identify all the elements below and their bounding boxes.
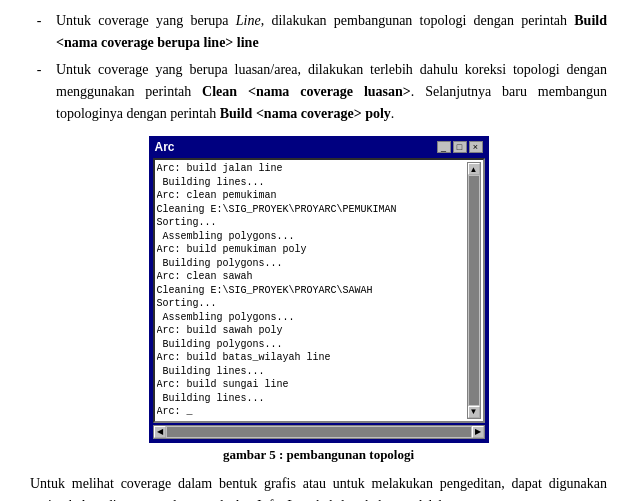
arc-window-title: Arc	[155, 140, 175, 154]
arc-line: Arc: clean pemukiman	[157, 189, 467, 203]
bullet-item-2: - Untuk coverage yang berupa luasan/area…	[30, 59, 607, 124]
arc-line: Arc: _	[157, 405, 467, 419]
arc-minimize-button[interactable]: _	[437, 141, 451, 153]
bullet-content-1: Untuk coverage yang berupa Line, dilakuk…	[56, 10, 607, 53]
arc-line: Assembling polygons...	[157, 311, 467, 325]
arc-vertical-scrollbar[interactable]: ▲ ▼	[467, 162, 481, 419]
arc-line: Sorting...	[157, 297, 467, 311]
figure-container: Arc _ □ × Arc: build jalan line Building…	[30, 136, 607, 463]
arc-close-button[interactable]: ×	[469, 141, 483, 153]
arc-line: Arc: build sungai line	[157, 378, 467, 392]
arc-content-area: Arc: build jalan line Building lines... …	[153, 158, 485, 423]
arc-scroll-track	[469, 176, 479, 405]
arc-line: Assembling polygons...	[157, 230, 467, 244]
arc-window[interactable]: Arc _ □ × Arc: build jalan line Building…	[149, 136, 489, 443]
arc-horizontal-scrollbar[interactable]: ◀ ▶	[153, 425, 485, 439]
arc-line: Building polygons...	[157, 257, 467, 271]
bullet-content-2: Untuk coverage yang berupa luasan/area, …	[56, 59, 607, 124]
arc-text-content: Arc: build jalan line Building lines... …	[157, 162, 467, 419]
arc-line: Building lines...	[157, 365, 467, 379]
arc-line: Cleaning E:\SIG_PROYEK\PROYARC\SAWAH	[157, 284, 467, 298]
arc-line: Building lines...	[157, 392, 467, 406]
arc-line: Arc: clean sawah	[157, 270, 467, 284]
arc-maximize-button[interactable]: □	[453, 141, 467, 153]
arc-line: Building polygons...	[157, 338, 467, 352]
arc-hscroll-left-button[interactable]: ◀	[154, 426, 166, 438]
arc-hscroll-right-button[interactable]: ▶	[472, 426, 484, 438]
arc-line: Sorting...	[157, 216, 467, 230]
arc-line: Building lines...	[157, 176, 467, 190]
arc-line: Arc: build sawah poly	[157, 324, 467, 338]
arc-scroll-down-button[interactable]: ▼	[468, 406, 480, 418]
bullet-dash-2: -	[30, 59, 48, 124]
arc-window-controls[interactable]: _ □ ×	[437, 141, 483, 153]
arc-line: Cleaning E:\SIG_PROYEK\PROYARC\PEMUKIMAN	[157, 203, 467, 217]
figure-caption: gambar 5 : pembangunan topologi	[223, 447, 414, 463]
arc-line: Arc: build pemukiman poly	[157, 243, 467, 257]
bullet-dash-1: -	[30, 10, 48, 53]
arc-line: Arc: build jalan line	[157, 162, 467, 176]
bullet-item-1: - Untuk coverage yang berupa Line, dilak…	[30, 10, 607, 53]
bottom-paragraph: Untuk melihat coverage dalam bentuk graf…	[30, 473, 607, 501]
arc-scroll-up-button[interactable]: ▲	[468, 163, 480, 175]
arc-titlebar: Arc _ □ ×	[151, 138, 487, 156]
arc-line: Arc: build batas_wilayah line	[157, 351, 467, 365]
arc-hscroll-track	[167, 427, 471, 437]
